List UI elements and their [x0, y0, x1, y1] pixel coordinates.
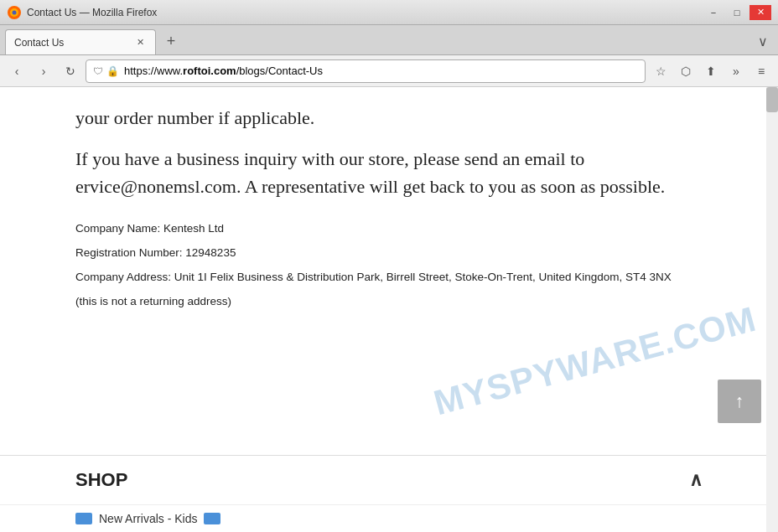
shop-header[interactable]: SHOP ∧	[0, 456, 778, 505]
bookmark-button[interactable]: ☆	[649, 59, 672, 83]
firefox-icon	[7, 5, 22, 20]
url-path: /blogs/Contact-Us	[236, 65, 323, 77]
url-display[interactable]: https://www.roftoi.com/blogs/Contact-Us	[124, 65, 638, 77]
address-note: (this is not a returning address)	[75, 290, 703, 312]
shop-item-icon-left	[75, 513, 92, 524]
address-line: Company Address: Unit 1I Felix Business …	[75, 266, 703, 288]
shop-title: SHOP	[75, 469, 127, 491]
window-title: Contact Us — Mozilla Firefox	[27, 7, 157, 18]
shop-section: SHOP ∧ New Arrivals - Kids	[0, 455, 778, 532]
scroll-to-top-button[interactable]: ↑	[718, 380, 761, 423]
reload-button[interactable]: ↻	[59, 59, 82, 83]
pocket-button[interactable]: ⬡	[674, 59, 698, 83]
tab-close-button[interactable]: ✕	[133, 36, 147, 49]
minimize-button[interactable]: −	[703, 5, 724, 20]
title-bar-left: Contact Us — Mozilla Firefox	[7, 5, 157, 20]
scrollbar[interactable]	[766, 87, 778, 532]
registration-value: 12948235	[185, 246, 236, 259]
title-bar-controls: − □ ✕	[703, 5, 771, 20]
shop-item-label[interactable]: New Arrivals - Kids	[99, 512, 197, 525]
nav-right-buttons: ☆ ⬡ ⬆ » ≡	[649, 59, 773, 83]
shop-chevron-icon[interactable]: ∧	[689, 469, 703, 491]
company-info: Company Name: Kentesh Ltd Registration N…	[75, 217, 703, 312]
menu-button[interactable]: ≡	[749, 59, 773, 83]
maximize-button[interactable]: □	[726, 5, 748, 20]
back-button[interactable]: ‹	[5, 59, 29, 83]
url-protocol: https://www.	[124, 65, 183, 77]
business-text: If you have a business inquiry with our …	[75, 145, 703, 200]
nav-bar: ‹ › ↻ 🛡 🔒 https://www.roftoi.com/blogs/C…	[0, 55, 778, 87]
title-bar: Contact Us — Mozilla Firefox − □ ✕	[0, 0, 778, 25]
registration-label: Registration Number:	[75, 246, 183, 259]
company-name-line: Company Name: Kentesh Ltd	[75, 217, 703, 240]
lock-icon: 🔒	[106, 65, 119, 77]
scrollbar-thumb[interactable]	[766, 87, 778, 112]
company-name-value: Kentesh Ltd	[163, 222, 224, 235]
company-name-label: Company Name:	[75, 222, 160, 235]
active-tab[interactable]: Contact Us ✕	[5, 29, 156, 54]
shop-items: New Arrivals - Kids	[0, 505, 778, 532]
address-label: Company Address:	[75, 271, 171, 283]
new-tab-button[interactable]: +	[159, 29, 183, 53]
tab-list-button[interactable]: ∨	[753, 32, 773, 51]
tab-bar: Contact Us ✕ + ∨	[0, 25, 778, 55]
forward-button[interactable]: ›	[32, 59, 55, 83]
share-button[interactable]: ⬆	[699, 59, 723, 83]
registration-line: Registration Number: 12948235	[75, 241, 703, 264]
url-domain: roftoi.com	[183, 65, 236, 77]
close-button[interactable]: ✕	[749, 5, 771, 20]
svg-point-2	[13, 10, 17, 14]
shield-icon: 🛡	[93, 65, 103, 77]
security-icons: 🛡 🔒	[93, 65, 119, 77]
address-value: Unit 1I Felix Business & Distribution Pa…	[174, 271, 672, 283]
address-bar[interactable]: 🛡 🔒 https://www.roftoi.com/blogs/Contact…	[86, 59, 646, 83]
content-area: your order number if applicable. If you …	[0, 87, 778, 532]
tab-label: Contact Us	[14, 37, 64, 49]
intro-text: your order number if applicable.	[75, 104, 703, 132]
more-tools-button[interactable]: »	[724, 59, 748, 83]
shop-item-icon-right	[204, 513, 220, 524]
page-content: your order number if applicable. If you …	[0, 87, 778, 331]
